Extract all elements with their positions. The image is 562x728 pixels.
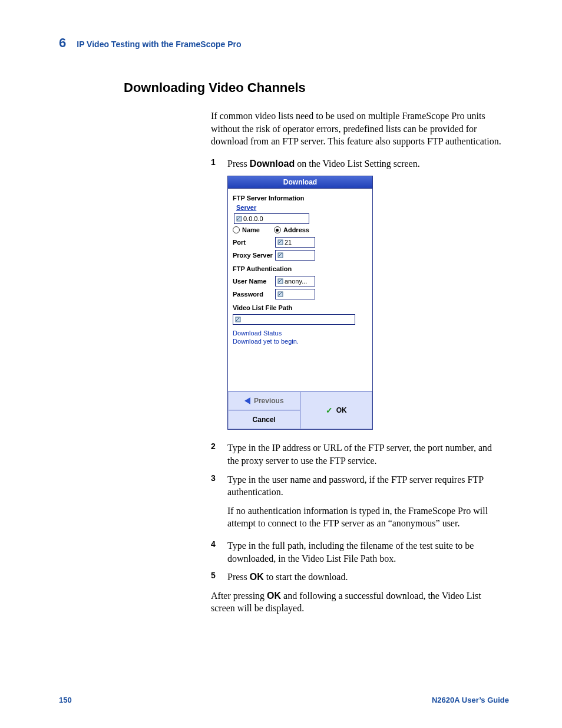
svg-rect-2 — [278, 253, 283, 258]
step-number: 5 — [211, 571, 223, 584]
download-status-group: Download Status Download yet to begin. — [233, 330, 368, 345]
step-5: 5 Press OK to start the download. — [211, 571, 505, 584]
closing-paragraph: After pressing OK and following a succes… — [211, 589, 505, 615]
cancel-button-label: Cancel — [253, 416, 276, 424]
proxy-input[interactable] — [275, 250, 315, 261]
text-fragment: Press — [227, 159, 250, 169]
text-fragment: on the Video List Setting screen. — [295, 159, 419, 169]
chapter-title: IP Video Testing with the FrameScope Pro — [77, 39, 241, 49]
previous-button[interactable]: Previous — [228, 391, 300, 410]
port-label: Port — [233, 239, 275, 246]
step-number: 3 — [211, 473, 223, 499]
ftp-auth-legend: FTP Authentication — [233, 265, 292, 272]
edit-icon — [277, 291, 283, 297]
text-fragment: Press — [227, 572, 250, 582]
intro-paragraph: If common video lists need to be used on… — [211, 110, 505, 148]
arrow-left-icon — [244, 397, 250, 404]
radio-name-label: Name — [242, 226, 260, 233]
password-label: Password — [233, 291, 275, 298]
file-path-legend: Video List File Path — [233, 304, 292, 311]
password-input[interactable] — [275, 289, 315, 299]
text-fragment: After pressing — [211, 591, 267, 601]
username-input[interactable]: anony... — [275, 276, 315, 286]
page-header: 6 IP Video Testing with the FrameScope P… — [59, 35, 509, 51]
step-3: 3 Type in the user name and password, if… — [211, 473, 505, 499]
download-status-legend: Download Status — [233, 330, 282, 337]
edit-icon — [277, 278, 283, 284]
server-input[interactable]: 0.0.0.0 — [234, 213, 309, 224]
port-value: 21 — [285, 239, 292, 246]
username-value: anony... — [285, 278, 307, 285]
section-heading: Downloading Video Channels — [124, 80, 509, 95]
edit-icon — [277, 239, 283, 245]
step-number: 2 — [211, 442, 223, 467]
server-link[interactable]: Server — [236, 204, 256, 211]
download-status-text: Download yet to begin. — [233, 338, 368, 345]
page-number: 150 — [59, 696, 72, 704]
step-4: 4 Type in the full path, including the f… — [211, 539, 505, 565]
step-1: 1 Press Download on the Video List Setti… — [211, 157, 505, 170]
radio-name[interactable] — [233, 226, 240, 233]
svg-rect-4 — [278, 292, 283, 297]
step-text: Type in the user name and password, if t… — [227, 473, 505, 499]
cancel-button[interactable]: Cancel — [228, 410, 300, 429]
ftp-server-info-legend: FTP Server Information — [233, 195, 304, 202]
edit-icon — [236, 216, 242, 222]
server-value: 0.0.0.0 — [243, 215, 263, 222]
radio-address-label: Address — [283, 226, 309, 233]
ok-keyword: OK — [250, 572, 264, 582]
step-number: 4 — [211, 539, 223, 565]
ok-button[interactable]: ✓ OK — [300, 391, 373, 429]
proxy-label: Proxy Server — [233, 252, 275, 259]
edit-icon — [277, 252, 283, 258]
step-text: Press OK to start the download. — [227, 571, 505, 584]
chapter-number: 6 — [59, 35, 66, 51]
check-icon: ✓ — [326, 406, 333, 415]
previous-button-label: Previous — [254, 397, 284, 405]
ftp-auth-group: FTP Authentication User Name anony... Pa… — [233, 265, 368, 299]
edit-icon — [235, 317, 241, 322]
dialog-title: Download — [228, 176, 372, 189]
page-footer: 150 N2620A User’s Guide — [59, 696, 509, 704]
document-title: N2620A User’s Guide — [432, 696, 509, 704]
radio-address[interactable] — [274, 226, 281, 233]
file-path-group: Video List File Path — [233, 304, 368, 325]
text-fragment: to start the download. — [264, 572, 348, 582]
step-text: Type in the IP address or URL of the FTP… — [227, 442, 505, 467]
step-3-note: If no authentication information is type… — [227, 505, 505, 530]
svg-rect-5 — [236, 317, 240, 322]
step-text: Type in the full path, including the fil… — [227, 539, 505, 565]
step-text: Press Download on the Video List Setting… — [227, 157, 505, 170]
download-dialog-screenshot: Download FTP Server Information Server 0… — [227, 176, 373, 430]
file-path-input[interactable] — [233, 314, 355, 325]
svg-rect-3 — [278, 279, 283, 284]
ftp-server-info-group: FTP Server Information Server 0.0.0.0 Na… — [233, 195, 368, 261]
username-label: User Name — [233, 278, 275, 285]
ok-keyword: OK — [267, 591, 281, 601]
step-2: 2 Type in the IP address or URL of the F… — [211, 442, 505, 467]
svg-rect-1 — [278, 240, 283, 245]
svg-rect-0 — [237, 216, 242, 221]
ok-button-label: OK — [336, 406, 347, 414]
download-keyword: Download — [250, 159, 295, 169]
port-input[interactable]: 21 — [275, 237, 315, 248]
step-number: 1 — [211, 157, 223, 170]
